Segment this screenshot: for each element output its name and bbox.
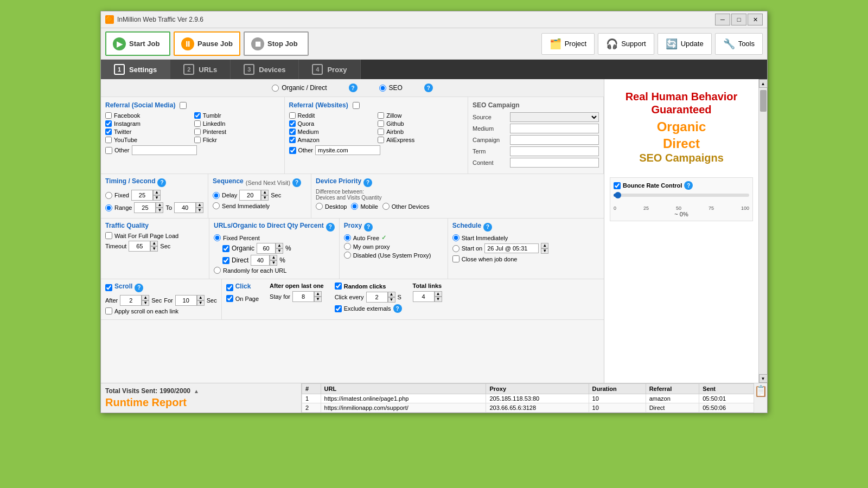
referral-social-checkbox[interactable] [180, 102, 187, 109]
tab-devices[interactable]: 3 Devices [231, 60, 299, 79]
organic-help-icon[interactable]: ? [349, 84, 358, 92]
schedule-date-down[interactable]: ▼ [541, 248, 548, 254]
schedule-help-icon[interactable]: ? [483, 223, 492, 232]
fixed-percent-radio[interactable] [214, 234, 221, 241]
exclude-externals-checkbox[interactable] [335, 305, 342, 312]
timing-range-radio[interactable] [105, 204, 112, 211]
cb-facebook[interactable]: Facebook [105, 112, 191, 119]
timing-fixed-down[interactable]: ▼ [153, 195, 161, 201]
sequence-delay-down[interactable]: ▼ [261, 195, 269, 201]
proxy-disabled-radio[interactable] [344, 252, 351, 259]
bounce-slider-thumb[interactable] [615, 192, 621, 198]
seo-input[interactable] [379, 85, 386, 92]
click-on-page-checkbox[interactable] [226, 295, 233, 302]
device-mobile[interactable]: Mobile [351, 203, 378, 210]
direct-input[interactable] [251, 255, 270, 266]
scrollbar-down[interactable]: ▼ [759, 374, 768, 383]
social-other-checkbox[interactable] [105, 147, 112, 154]
referral-websites-checkbox[interactable] [353, 102, 360, 109]
stop-job-button[interactable]: ⏹ Stop Job [244, 31, 309, 56]
websites-other-input[interactable] [315, 145, 380, 155]
total-links-input[interactable] [413, 291, 435, 302]
click-every-up[interactable]: ▲ [388, 292, 395, 297]
timeout-down[interactable]: ▼ [150, 246, 158, 252]
stay-for-up[interactable]: ▲ [314, 291, 322, 297]
organic-down[interactable]: ▼ [276, 248, 283, 254]
scroll-for-up[interactable]: ▲ [197, 295, 205, 300]
social-other-input[interactable] [132, 145, 197, 155]
tab-proxy[interactable]: 4 Proxy [299, 60, 360, 79]
websites-other-checkbox[interactable] [289, 147, 296, 154]
bounce-checkbox[interactable] [614, 182, 621, 189]
cb-medium[interactable]: Medium [289, 129, 375, 135]
timing-range-to-down[interactable]: ▼ [196, 208, 203, 213]
project-button[interactable]: 🗂️ Project [541, 33, 595, 55]
proxy-help-icon[interactable]: ? [364, 223, 373, 232]
scroll-after-up[interactable]: ▲ [142, 295, 149, 300]
direct-up[interactable]: ▲ [270, 255, 277, 260]
organic-input[interactable] [257, 243, 276, 254]
start-job-button[interactable]: ▶ Start Job [105, 31, 170, 56]
click-checkbox[interactable] [226, 284, 233, 291]
total-links-up[interactable]: ▲ [435, 291, 442, 297]
timing-range-from-input[interactable] [134, 202, 156, 213]
scroll-up-icon[interactable]: ▲ [194, 388, 199, 394]
sequence-delay-radio[interactable] [213, 192, 220, 199]
cb-pinterest[interactable]: Pinterest [194, 129, 280, 135]
organic-up[interactable]: ▲ [276, 243, 283, 248]
tab-urls[interactable]: 2 URLs [170, 60, 231, 79]
schedule-start-on-radio[interactable] [452, 245, 459, 252]
cb-github[interactable]: Github [378, 120, 463, 127]
seo-term-input[interactable] [510, 146, 599, 156]
scroll-after-down[interactable]: ▼ [142, 300, 149, 306]
sequence-help-icon[interactable]: ? [292, 178, 301, 187]
pause-job-button[interactable]: ⏸ Pause Job [174, 31, 240, 56]
tools-button[interactable]: 🔧 Tools [715, 33, 763, 55]
scrollbar-up[interactable]: ▲ [759, 79, 768, 88]
scroll-apply-checkbox[interactable] [105, 307, 112, 314]
organic-checkbox[interactable] [222, 245, 229, 252]
cb-tumblr[interactable]: Tumblr [194, 112, 280, 119]
stay-for-down[interactable]: ▼ [314, 297, 322, 302]
seo-source-select[interactable] [510, 112, 599, 122]
update-button[interactable]: 🔄 Update [658, 33, 712, 55]
schedule-start-on-input[interactable] [484, 243, 539, 253]
seo-help-icon[interactable]: ? [424, 84, 433, 92]
scroll-for-input[interactable] [175, 295, 197, 306]
schedule-immediately-radio[interactable] [452, 234, 459, 241]
close-button[interactable]: ✕ [748, 14, 763, 25]
direct-checkbox[interactable] [222, 257, 229, 264]
click-every-input[interactable] [366, 292, 388, 303]
cb-amazon[interactable]: Amazon [289, 137, 375, 143]
wait-full-checkbox[interactable] [105, 232, 112, 239]
sequence-delay-input[interactable] [239, 190, 261, 201]
scroll-for-down[interactable]: ▼ [197, 300, 205, 306]
stay-for-input[interactable] [292, 291, 314, 302]
click-every-down[interactable]: ▼ [388, 297, 395, 303]
seo-campaign-input[interactable] [510, 135, 599, 145]
proxy-own-radio[interactable] [344, 243, 351, 250]
sequence-immediately-radio[interactable] [213, 202, 220, 209]
scroll-checkbox[interactable] [105, 284, 112, 291]
timing-help-icon[interactable]: ? [157, 178, 166, 187]
maximize-button[interactable]: □ [731, 14, 746, 25]
cb-youtube[interactable]: YouTube [105, 137, 191, 143]
seo-medium-input[interactable] [510, 124, 599, 133]
cb-flickr[interactable]: Flickr [194, 137, 280, 143]
seo-radio[interactable]: SEO [379, 84, 403, 92]
csv-export-icon[interactable]: 📋 [754, 384, 768, 397]
tab-settings[interactable]: 1 Settings [101, 60, 170, 79]
cb-aliexpress[interactable]: AliExpress [378, 137, 463, 143]
cb-airbnb[interactable]: Airbnb [378, 129, 463, 135]
timing-range-from-down[interactable]: ▼ [156, 208, 163, 213]
schedule-close-checkbox[interactable] [452, 255, 459, 262]
organic-direct-input[interactable] [272, 85, 279, 92]
scrollbar-thumb[interactable] [760, 90, 767, 112]
schedule-date-up[interactable]: ▲ [541, 243, 548, 248]
seo-content-input[interactable] [510, 158, 599, 168]
scroll-help-icon[interactable]: ? [135, 284, 143, 292]
cb-reddit[interactable]: Reddit [289, 112, 375, 119]
timing-fixed-radio[interactable] [105, 192, 112, 199]
cb-twitter[interactable]: Twitter [105, 129, 191, 135]
timing-range-from-up[interactable]: ▲ [156, 202, 163, 208]
